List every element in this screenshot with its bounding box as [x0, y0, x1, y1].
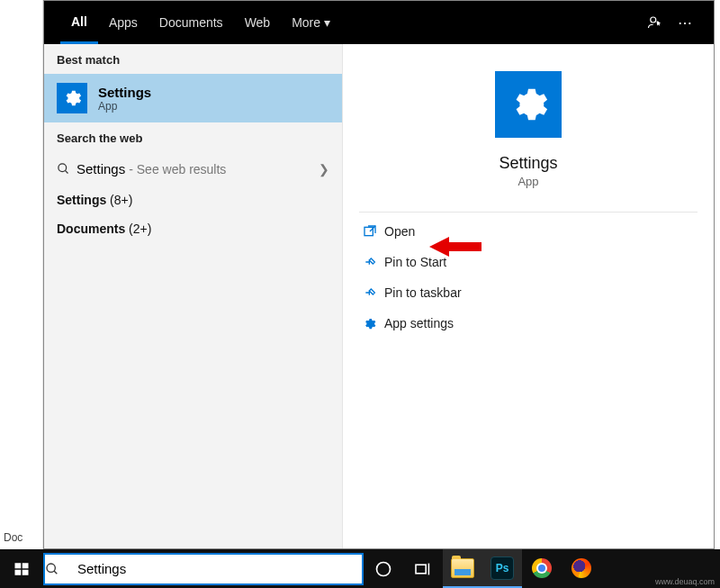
- web-result-label: Settings: [76, 161, 125, 176]
- search-icon: [57, 162, 76, 176]
- svg-rect-8: [22, 569, 29, 574]
- search-icon: [45, 562, 77, 576]
- windows-logo-icon: [14, 561, 30, 577]
- svg-rect-12: [416, 565, 426, 574]
- chevron-down-icon: ▾: [324, 15, 330, 30]
- action-app-settings-label: App settings: [384, 316, 454, 330]
- section-search-web: Search the web: [44, 122, 342, 152]
- best-match-sub: App: [98, 100, 151, 113]
- feedback-icon[interactable]: [647, 14, 672, 31]
- best-match-title: Settings: [98, 85, 151, 100]
- divider: [359, 212, 698, 213]
- chevron-right-icon: ❯: [319, 162, 329, 176]
- group-documents-count: (2+): [125, 222, 151, 236]
- background-window-edge: Doc: [0, 0, 43, 549]
- tab-more[interactable]: More ▾: [281, 1, 341, 44]
- action-pin-start[interactable]: Pin to Start: [343, 247, 714, 277]
- tab-more-label: More: [292, 15, 320, 30]
- tab-apps[interactable]: Apps: [98, 1, 148, 44]
- pin-icon: [363, 255, 384, 269]
- gear-icon: [495, 71, 562, 138]
- taskbar-app-explorer[interactable]: [443, 549, 482, 588]
- svg-point-0: [651, 17, 656, 23]
- group-documents-label: Documents: [57, 222, 125, 236]
- svg-line-10: [54, 571, 57, 574]
- taskbar-search-input[interactable]: [77, 561, 362, 576]
- group-documents[interactable]: Documents (2+): [44, 214, 342, 243]
- action-pin-taskbar-label: Pin to taskbar: [384, 285, 462, 300]
- tab-documents[interactable]: Documents: [148, 1, 234, 44]
- preview-title: Settings: [343, 154, 714, 173]
- svg-point-11: [377, 562, 391, 575]
- action-pin-start-label: Pin to Start: [384, 255, 446, 269]
- gear-icon: [57, 83, 87, 113]
- group-settings[interactable]: Settings (8+): [44, 185, 342, 214]
- svg-rect-3: [364, 227, 373, 235]
- best-match-item[interactable]: Settings App: [44, 74, 342, 122]
- file-explorer-icon: [451, 558, 474, 578]
- task-view-button[interactable]: [403, 549, 443, 588]
- result-preview: Settings App Open Pin to Start: [343, 44, 714, 548]
- svg-line-2: [65, 170, 68, 173]
- taskbar-app-chrome[interactable]: [522, 549, 562, 588]
- preview-sub: App: [343, 175, 714, 188]
- web-result-row[interactable]: Settings - See web results ❯: [44, 152, 342, 185]
- pin-icon: [363, 285, 384, 300]
- taskbar-app-photoshop[interactable]: Ps: [482, 549, 522, 588]
- action-app-settings[interactable]: App settings: [343, 308, 714, 339]
- cortana-button[interactable]: [364, 549, 403, 588]
- firefox-icon: [572, 558, 591, 578]
- search-filter-tabs: All Apps Documents Web More ▾ ⋯: [44, 1, 714, 44]
- svg-rect-5: [15, 563, 22, 568]
- taskbar-search-box[interactable]: [43, 553, 364, 585]
- more-options-icon[interactable]: ⋯: [672, 14, 698, 32]
- taskbar-app-firefox[interactable]: [562, 549, 601, 588]
- photoshop-icon: Ps: [490, 556, 514, 580]
- svg-rect-6: [22, 563, 29, 568]
- background-doc-label: Doc: [4, 531, 22, 544]
- watermark: www.deuaq.com: [655, 577, 715, 586]
- tab-all[interactable]: All: [60, 1, 98, 44]
- svg-point-1: [58, 164, 67, 172]
- tab-web[interactable]: Web: [234, 1, 282, 44]
- section-best-match: Best match: [44, 44, 342, 74]
- web-result-hint: - See web results: [129, 162, 226, 176]
- action-open-label: Open: [384, 224, 415, 239]
- gear-icon: [363, 317, 384, 330]
- start-button[interactable]: [0, 549, 43, 588]
- action-pin-taskbar[interactable]: Pin to taskbar: [343, 277, 714, 308]
- results-list: Best match Settings App Search the web: [44, 44, 343, 548]
- chrome-icon: [532, 558, 552, 578]
- open-icon: [363, 224, 384, 239]
- group-settings-label: Settings: [57, 193, 106, 207]
- svg-rect-7: [15, 569, 22, 574]
- group-settings-count: (8+): [106, 193, 132, 207]
- start-search-panel: All Apps Documents Web More ▾ ⋯ Best mat…: [43, 0, 715, 549]
- svg-point-9: [47, 564, 55, 572]
- action-open[interactable]: Open: [343, 216, 714, 247]
- taskbar: Ps: [0, 549, 720, 588]
